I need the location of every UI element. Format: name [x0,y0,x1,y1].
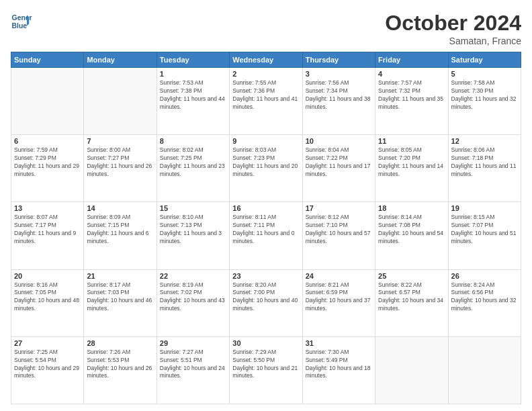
day-number: 14 [87,204,153,212]
day-info: Sunrise: 8:11 AMSunset: 7:11 PMDaylight:… [232,214,299,246]
calendar-cell: 29Sunrise: 7:27 AMSunset: 5:51 PMDayligh… [157,336,229,404]
calendar-table: SundayMondayTuesdayWednesdayThursdayFrid… [11,52,521,404]
day-info: Sunrise: 8:14 AMSunset: 7:08 PMDaylight:… [378,214,445,246]
header-row: SundayMondayTuesdayWednesdayThursdayFrid… [11,52,521,68]
day-number: 9 [232,137,299,145]
logo: General Blue General Blue [11,11,32,32]
calendar-week-1: 1Sunrise: 7:53 AMSunset: 7:38 PMDaylight… [11,68,521,135]
logo-icon: General Blue [11,11,32,32]
month-title: October 2024 [385,11,521,36]
day-number: 4 [378,70,445,78]
calendar-cell: 1Sunrise: 7:53 AMSunset: 7:38 PMDaylight… [157,68,229,135]
calendar-cell: 13Sunrise: 8:07 AMSunset: 7:17 PMDayligh… [11,202,84,269]
day-header-wednesday: Wednesday [230,52,302,68]
calendar-cell: 26Sunrise: 8:24 AMSunset: 6:56 PMDayligh… [448,269,521,336]
day-info: Sunrise: 8:06 AMSunset: 7:18 PMDaylight:… [451,146,518,179]
day-info: Sunrise: 7:27 AMSunset: 5:51 PMDaylight:… [160,349,226,381]
calendar-cell: 7Sunrise: 8:00 AMSunset: 7:27 PMDaylight… [84,135,157,202]
day-number: 27 [14,339,81,347]
day-header-monday: Monday [84,52,157,68]
day-number: 6 [14,137,81,145]
calendar-cell: 24Sunrise: 8:21 AMSunset: 6:59 PMDayligh… [302,269,375,336]
calendar-cell: 27Sunrise: 7:25 AMSunset: 5:54 PMDayligh… [11,336,84,404]
day-number: 16 [232,204,299,212]
calendar-cell [84,68,157,135]
calendar-cell: 28Sunrise: 7:26 AMSunset: 5:53 PMDayligh… [84,336,157,404]
calendar-week-5: 27Sunrise: 7:25 AMSunset: 5:54 PMDayligh… [11,336,521,404]
day-info: Sunrise: 8:00 AMSunset: 7:27 PMDaylight:… [87,146,153,179]
day-header-saturday: Saturday [448,52,521,68]
day-info: Sunrise: 7:26 AMSunset: 5:53 PMDaylight:… [87,349,153,381]
calendar-cell: 9Sunrise: 8:03 AMSunset: 7:23 PMDaylight… [230,135,302,202]
day-info: Sunrise: 8:03 AMSunset: 7:23 PMDaylight:… [232,146,299,179]
calendar-week-2: 6Sunrise: 7:59 AMSunset: 7:29 PMDaylight… [11,135,521,202]
day-number: 12 [451,137,518,145]
day-number: 19 [451,204,518,212]
calendar-cell: 5Sunrise: 7:58 AMSunset: 7:30 PMDaylight… [448,68,521,135]
calendar-cell: 30Sunrise: 7:29 AMSunset: 5:50 PMDayligh… [230,336,302,404]
calendar-cell: 10Sunrise: 8:04 AMSunset: 7:22 PMDayligh… [302,135,375,202]
day-number: 13 [14,204,81,212]
calendar-cell [448,336,521,404]
day-header-tuesday: Tuesday [157,52,229,68]
header: General Blue General Blue October 2024 S… [11,11,521,46]
day-number: 15 [160,204,226,212]
day-number: 18 [378,204,445,212]
day-info: Sunrise: 8:02 AMSunset: 7:25 PMDaylight:… [160,146,226,179]
calendar-cell: 17Sunrise: 8:12 AMSunset: 7:10 PMDayligh… [302,202,375,269]
calendar-cell [11,68,84,135]
day-info: Sunrise: 8:15 AMSunset: 7:07 PMDaylight:… [451,214,518,246]
calendar-cell [375,336,448,404]
calendar-cell: 18Sunrise: 8:14 AMSunset: 7:08 PMDayligh… [375,202,448,269]
day-info: Sunrise: 7:59 AMSunset: 7:29 PMDaylight:… [14,146,81,179]
calendar-week-4: 20Sunrise: 8:16 AMSunset: 7:05 PMDayligh… [11,269,521,336]
day-number: 2 [232,70,299,78]
day-info: Sunrise: 8:16 AMSunset: 7:05 PMDaylight:… [14,281,81,314]
calendar-cell: 4Sunrise: 7:57 AMSunset: 7:32 PMDaylight… [375,68,448,135]
calendar-cell: 22Sunrise: 8:19 AMSunset: 7:02 PMDayligh… [157,269,229,336]
day-number: 30 [232,339,299,347]
day-info: Sunrise: 7:25 AMSunset: 5:54 PMDaylight:… [14,349,81,381]
day-number: 22 [160,272,226,280]
calendar-cell: 31Sunrise: 7:30 AMSunset: 5:49 PMDayligh… [302,336,375,404]
day-number: 29 [160,339,226,347]
location-subtitle: Samatan, France [385,36,521,46]
calendar-week-3: 13Sunrise: 8:07 AMSunset: 7:17 PMDayligh… [11,202,521,269]
calendar-cell: 15Sunrise: 8:10 AMSunset: 7:13 PMDayligh… [157,202,229,269]
day-number: 10 [306,137,372,145]
day-number: 8 [160,137,226,145]
day-info: Sunrise: 7:58 AMSunset: 7:30 PMDaylight:… [451,79,518,111]
calendar-cell: 25Sunrise: 8:22 AMSunset: 6:57 PMDayligh… [375,269,448,336]
calendar-cell: 21Sunrise: 8:17 AMSunset: 7:03 PMDayligh… [84,269,157,336]
day-number: 1 [160,70,226,78]
day-header-friday: Friday [375,52,448,68]
calendar-cell: 8Sunrise: 8:02 AMSunset: 7:25 PMDaylight… [157,135,229,202]
day-number: 20 [14,272,81,280]
title-block: October 2024 Samatan, France [385,11,521,46]
day-number: 25 [378,272,445,280]
day-info: Sunrise: 8:05 AMSunset: 7:20 PMDaylight:… [378,146,445,179]
day-info: Sunrise: 8:04 AMSunset: 7:22 PMDaylight:… [306,146,372,179]
day-number: 28 [87,339,153,347]
day-info: Sunrise: 8:09 AMSunset: 7:15 PMDaylight:… [87,214,153,246]
day-info: Sunrise: 7:55 AMSunset: 7:36 PMDaylight:… [232,79,299,111]
calendar-cell: 14Sunrise: 8:09 AMSunset: 7:15 PMDayligh… [84,202,157,269]
page: General Blue General Blue October 2024 S… [0,0,532,411]
day-header-thursday: Thursday [302,52,375,68]
day-header-sunday: Sunday [11,52,84,68]
day-number: 11 [378,137,445,145]
day-number: 17 [306,204,372,212]
day-info: Sunrise: 7:57 AMSunset: 7:32 PMDaylight:… [378,79,445,111]
day-info: Sunrise: 7:53 AMSunset: 7:38 PMDaylight:… [160,79,226,111]
day-info: Sunrise: 8:17 AMSunset: 7:03 PMDaylight:… [87,281,153,314]
calendar-cell: 6Sunrise: 7:59 AMSunset: 7:29 PMDaylight… [11,135,84,202]
day-info: Sunrise: 8:22 AMSunset: 6:57 PMDaylight:… [378,281,445,314]
day-number: 3 [306,70,372,78]
calendar-cell: 3Sunrise: 7:56 AMSunset: 7:34 PMDaylight… [302,68,375,135]
day-number: 23 [232,272,299,280]
day-number: 26 [451,272,518,280]
day-info: Sunrise: 8:07 AMSunset: 7:17 PMDaylight:… [14,214,81,246]
day-number: 21 [87,272,153,280]
day-info: Sunrise: 7:30 AMSunset: 5:49 PMDaylight:… [306,349,372,381]
calendar-cell: 16Sunrise: 8:11 AMSunset: 7:11 PMDayligh… [230,202,302,269]
